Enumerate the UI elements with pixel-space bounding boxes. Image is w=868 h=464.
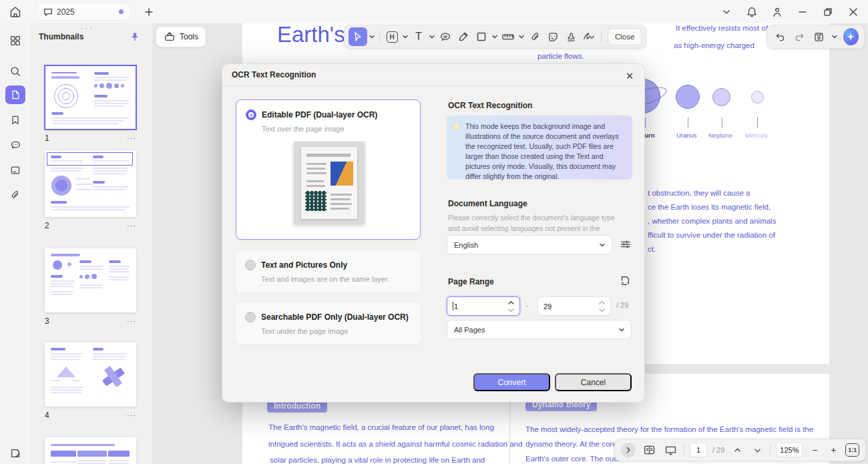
radio-selected-icon[interactable] — [246, 109, 256, 120]
previous-page-button[interactable] — [730, 443, 744, 457]
thumbnail-page-1-preview[interactable] — [45, 65, 136, 130]
page-range-icon-button[interactable] — [616, 272, 634, 290]
undo-button[interactable] — [773, 27, 788, 46]
page-menu-button[interactable]: ··· — [127, 411, 136, 419]
next-page-button[interactable] — [750, 443, 765, 457]
sidebar-attachments-button[interactable] — [5, 161, 25, 180]
page-scope-select[interactable]: All Pages — [447, 320, 632, 339]
comment-bubble-icon — [439, 31, 451, 43]
radio-icon[interactable] — [245, 312, 256, 322]
doc-text-line: intrigued scientists. It acts as a shiel… — [268, 440, 522, 448]
thumbnail-page-3[interactable]: 3 ··· — [45, 248, 136, 326]
page-scope-value: All Pages — [454, 326, 485, 334]
page-range-to-input[interactable]: 29 — [537, 296, 611, 316]
from-step-down-button[interactable] — [507, 307, 515, 313]
text-tool-button[interactable]: T — [410, 27, 427, 46]
page-number: 3 — [45, 316, 49, 326]
zoom-level-input[interactable]: 125% — [776, 443, 803, 457]
option-editable-pdf[interactable]: Editable PDF (Dual-layer OCR) Text over … — [236, 99, 421, 240]
doc-text-line: solar particles, playing a vital role in… — [270, 456, 485, 464]
comment-tool-button[interactable] — [437, 27, 454, 46]
to-step-down-button[interactable] — [598, 307, 606, 313]
thumbnail-page-3-preview[interactable] — [45, 248, 136, 312]
radio-icon[interactable] — [245, 260, 256, 270]
titlebar-chevron-button[interactable] — [718, 4, 734, 20]
page-menu-button[interactable]: ··· — [127, 317, 136, 325]
home-button[interactable] — [7, 4, 24, 20]
convert-button[interactable]: Convert — [473, 373, 550, 391]
option-text-pictures[interactable]: Text and Pictures Only Text and images a… — [236, 250, 421, 292]
plus-icon: + — [831, 445, 836, 455]
sidebar-comments-button[interactable] — [5, 136, 25, 154]
page-number-input[interactable]: 1 — [690, 443, 707, 457]
planet-tick — [645, 118, 646, 128]
sidebar-clip-button[interactable] — [5, 186, 25, 204]
thumbnail-page-5[interactable]: 5 ··· — [45, 437, 136, 464]
sidebar-panels-button[interactable] — [5, 31, 25, 50]
tools-button[interactable]: Tools — [156, 26, 206, 47]
language-options-button[interactable] — [618, 236, 634, 252]
square-icon — [476, 31, 487, 42]
heading-tool-dropdown[interactable] — [401, 27, 409, 46]
redo-button[interactable] — [792, 27, 807, 46]
page-menu-button[interactable]: ··· — [127, 134, 136, 142]
sidebar-page-flip-button[interactable] — [5, 444, 25, 463]
thumbnail-page-4[interactable]: 4 ··· — [45, 342, 136, 420]
thumbnail-page-2-preview[interactable] — [45, 150, 136, 217]
unsaved-dot — [119, 9, 124, 14]
close-icon — [849, 7, 858, 17]
signature-tool-button[interactable] — [580, 27, 598, 46]
to-step-up-button[interactable] — [598, 300, 606, 306]
thumbnail-page-2[interactable]: 2 ··· — [45, 150, 136, 230]
ai-assistant-button[interactable] — [843, 28, 859, 45]
language-select[interactable]: English — [447, 235, 612, 254]
highlighter-tool-button[interactable] — [455, 27, 472, 46]
thumbnail-page-1[interactable]: 1 ··· — [45, 65, 136, 143]
zoom-in-button[interactable]: + — [827, 443, 840, 457]
expand-statusbar-button[interactable] — [621, 443, 636, 457]
presentation-mode-button[interactable] — [662, 442, 678, 458]
stamp-icon — [566, 31, 577, 43]
sticker-tool-button[interactable] — [544, 27, 562, 46]
chevron-right-icon — [625, 447, 632, 453]
sidebar-bookmarks-button[interactable] — [5, 111, 25, 130]
restore-button[interactable] — [820, 4, 836, 20]
stamp-tool-button[interactable] — [562, 27, 580, 46]
pin-panel-button[interactable] — [127, 29, 143, 45]
option-title: Editable PDF (Dual-layer OCR) — [262, 110, 377, 120]
attachment-tool-button[interactable] — [526, 27, 544, 46]
notifications-button[interactable] — [744, 4, 760, 20]
select-tool-dropdown[interactable] — [368, 27, 376, 46]
measure-tool-button[interactable] — [499, 27, 517, 46]
from-step-up-button[interactable] — [507, 300, 515, 306]
planet-tick — [722, 118, 722, 128]
panel-drag-handle[interactable]: ··· — [80, 23, 94, 33]
shape-tool-button[interactable] — [473, 27, 490, 46]
sidebar-thumbnails-button[interactable] — [5, 85, 25, 104]
zoom-out-button[interactable]: − — [808, 443, 821, 457]
save-button[interactable] — [811, 27, 827, 46]
actual-size-button[interactable]: 1:1 — [845, 443, 859, 457]
close-window-button[interactable] — [845, 4, 861, 20]
account-button[interactable] — [769, 4, 785, 20]
thumbnail-page-4-preview[interactable] — [45, 342, 136, 407]
new-tab-button[interactable] — [142, 5, 156, 19]
measure-tool-dropdown[interactable] — [517, 27, 525, 46]
heading-tool-button[interactable]: H — [383, 27, 401, 46]
reading-mode-button[interactable] — [641, 442, 657, 458]
option-searchable-pdf[interactable]: Searchable PDF Only (Dual-layer OCR) Tex… — [236, 302, 421, 344]
page-menu-button[interactable]: ··· — [127, 222, 136, 230]
shape-tool-dropdown[interactable] — [491, 27, 499, 46]
save-dropdown[interactable] — [831, 27, 838, 46]
select-tool-button[interactable] — [349, 27, 367, 46]
chevron-up-icon — [599, 300, 605, 305]
minimize-button[interactable] — [795, 4, 811, 20]
document-tab[interactable]: 2025 — [37, 3, 130, 20]
close-toolbar-button[interactable]: Close — [608, 28, 642, 45]
range-separator: - — [526, 301, 529, 309]
thumbnail-page-5-preview[interactable] — [45, 437, 136, 464]
sidebar-search-button[interactable] — [5, 62, 25, 81]
cancel-button[interactable]: Cancel — [555, 373, 632, 391]
page-range-from-input[interactable]: 1 — [447, 296, 520, 316]
text-tool-dropdown[interactable] — [428, 27, 436, 46]
